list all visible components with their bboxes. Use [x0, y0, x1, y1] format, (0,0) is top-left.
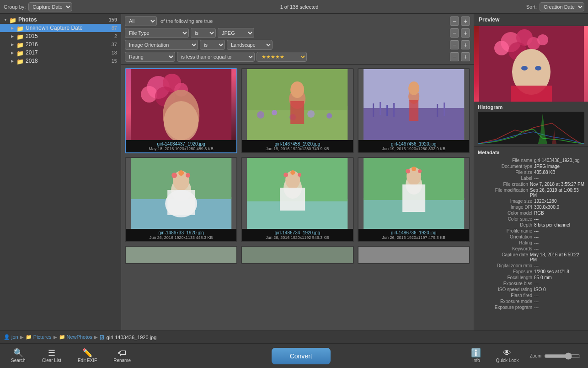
info-button[interactable]: ℹ️ Info	[467, 347, 485, 365]
zoom-slider[interactable]	[544, 352, 581, 360]
meta-key: Exposure program	[482, 305, 532, 310]
meta-val: RGB	[534, 211, 584, 216]
meta-key: Exposure	[482, 269, 532, 274]
meta-val: Sep 26, 2019 at 1:00:53 PM	[530, 188, 584, 198]
metadata-row: Depth8 bits per channel	[478, 222, 584, 227]
grid-meta-0: May 18, 2016 1920x1280 489.3 KB	[128, 146, 234, 151]
metadata-row: Digital zoom ratio---	[478, 263, 584, 268]
grid-cell-3[interactable]: girl-1486733_1920.jpg Jun 26, 2016 1920x…	[125, 157, 237, 242]
grid-img-8	[358, 247, 469, 264]
meta-val: ---	[534, 299, 584, 304]
grid-cell-7[interactable]	[241, 246, 353, 264]
svg-point-3	[141, 86, 157, 103]
sidebar-item-2018[interactable]: ▶ 📁 2018 15	[0, 57, 121, 65]
zoom-group: Zoom	[529, 352, 581, 360]
toolbar-right: ℹ️ Info 👁 Quick Look Zoom	[467, 347, 581, 365]
arrow-icon: ▼	[4, 18, 9, 22]
convert-button[interactable]: Convert	[272, 348, 331, 364]
sidebar-item-unknown-capture[interactable]: ▶ 📁 Unknown Capture Date 87	[0, 24, 121, 32]
breadcrumb-file-icon: 🖼	[100, 335, 105, 340]
sidebar-item-2017[interactable]: ▶ 📁 2017 18	[0, 49, 121, 57]
main-area: ▼ 📁 Photos 159 ▶ 📁 Unknown Capture Date …	[0, 14, 588, 330]
filter-field-3[interactable]: Rating	[125, 52, 175, 62]
filter-add-btn-0[interactable]: +	[461, 16, 470, 26]
group-by-select[interactable]: Capture Date	[28, 2, 72, 11]
content-area: All of the following are true − + File T…	[121, 14, 474, 330]
filter-field-1[interactable]: File Type	[125, 28, 189, 38]
sort-select[interactable]: Creation Date	[540, 2, 584, 11]
clear-list-button[interactable]: ☰ Clear List	[38, 347, 65, 365]
grid-meta-4: Jun 26, 2016 1920x1192 546.3 KB	[244, 235, 350, 240]
sidebar-2016-count: 37	[112, 42, 117, 47]
filter-match-select[interactable]: All	[125, 16, 157, 26]
arrow-icon-3: ▶	[11, 34, 16, 38]
arrow-icon-5: ▶	[11, 51, 16, 55]
grid-cell-6[interactable]	[125, 246, 237, 264]
metadata-row: Label---	[478, 176, 584, 181]
filter-add-btn-3[interactable]: +	[461, 52, 470, 61]
arrow-icon-4: ▶	[11, 43, 16, 47]
grid-meta-5: Jun 26, 2016 1920x1197 479.3 KB	[361, 235, 467, 240]
meta-val: ---	[534, 293, 584, 298]
filter-remove-btn-3[interactable]: −	[450, 52, 459, 61]
grid-img-1	[242, 69, 353, 140]
svg-point-14	[307, 110, 315, 118]
grid-cell-4[interactable]: girl-1486734_1920.jpg Jun 26, 2016 1920x…	[241, 157, 353, 242]
grid-cell-8[interactable]	[358, 246, 470, 264]
svg-point-47	[283, 173, 288, 177]
metadata-row: Image DPI300.0x300.0	[478, 205, 584, 210]
meta-key: Flash fired	[482, 293, 532, 298]
sidebar-2015-label: 2015	[26, 33, 114, 39]
filter-val-1[interactable]: JPEG	[218, 28, 254, 38]
meta-val: ---	[534, 281, 584, 286]
quick-look-button[interactable]: 👁 Quick Look	[492, 347, 522, 365]
grid-cell-5[interactable]: girl-1486736_1920.jpg Jun 26, 2016 1920x…	[358, 157, 470, 242]
grid-cell-2[interactable]: girl-1467456_1920.jpg Jun 19, 2016 1920x…	[358, 68, 470, 153]
filter-op-2[interactable]: is	[200, 40, 225, 50]
filter-op-3[interactable]: is less than or equal to	[177, 52, 255, 62]
metadata-row: Exposure1/200 sec at f/1.8	[478, 269, 584, 274]
breadcrumb-sep-2: ▶	[53, 335, 57, 340]
sidebar-item-2016[interactable]: ▶ 📁 2016 37	[0, 40, 121, 49]
svg-rect-24	[386, 105, 388, 116]
group-by-label: Group by:	[4, 4, 26, 10]
svg-rect-29	[409, 100, 418, 121]
meta-key: Exposure bias	[482, 281, 532, 286]
meta-key: Color space	[482, 216, 532, 222]
svg-rect-27	[444, 103, 445, 116]
svg-point-49	[298, 173, 301, 177]
filter-val-3[interactable]: ★★★★★	[257, 52, 307, 62]
svg-point-68	[535, 66, 541, 70]
sidebar-unknown-count: 87	[112, 25, 117, 31]
rename-button[interactable]: 🏷 Rename	[110, 347, 134, 365]
grid-img-2	[358, 69, 469, 140]
metadata-row: Flash fired---	[478, 293, 584, 298]
folder-icon-6: 📁	[16, 58, 24, 64]
filter-remove-btn-2[interactable]: −	[450, 40, 459, 49]
sort-label: Sort:	[526, 4, 537, 10]
filter-remove-btn-1[interactable]: −	[450, 28, 459, 38]
sidebar-item-2015[interactable]: ▶ 📁 2015 2	[0, 32, 121, 40]
filter-op-1[interactable]: is	[191, 28, 216, 38]
grid-cell-0[interactable]: girl-14034437_1920.jpg May 18, 2016 1920…	[125, 68, 237, 153]
filter-of-following: of the following are true	[159, 18, 214, 24]
filter-row-3: Rating is less than or equal to ★★★★★ − …	[125, 52, 470, 62]
clear-list-label: Clear List	[42, 358, 61, 363]
grid-cell-1[interactable]: girl-1467458_1920.jpg Jun 19, 2016 1920x…	[241, 68, 353, 153]
sidebar-item-photos[interactable]: ▼ 📁 Photos 159	[0, 16, 121, 24]
metadata-section: Metadata File namegirl-1403436_1920.jpgD…	[474, 147, 588, 314]
filter-val-2[interactable]: Landscape	[227, 40, 273, 50]
edit-exif-button[interactable]: ✏️ Edit EXIF	[74, 347, 101, 365]
filter-add-btn-2[interactable]: +	[461, 40, 470, 49]
filter-remove-btn-0[interactable]: −	[450, 16, 459, 26]
clear-list-icon: ☰	[48, 349, 55, 357]
svg-rect-70	[478, 112, 584, 144]
breadcrumb-user: 👤 jon	[4, 334, 18, 340]
grid-scroll[interactable]: girl-14034437_1920.jpg May 18, 2016 1920…	[121, 65, 474, 330]
search-button[interactable]: 🔍 Search	[7, 347, 29, 365]
filter-field-2[interactable]: Image Orientation	[125, 40, 198, 50]
metadata-row: Exposure program---	[478, 305, 584, 310]
meta-key: Image size	[482, 199, 532, 204]
filter-add-btn-1[interactable]: +	[461, 28, 470, 38]
svg-rect-69	[511, 86, 552, 102]
